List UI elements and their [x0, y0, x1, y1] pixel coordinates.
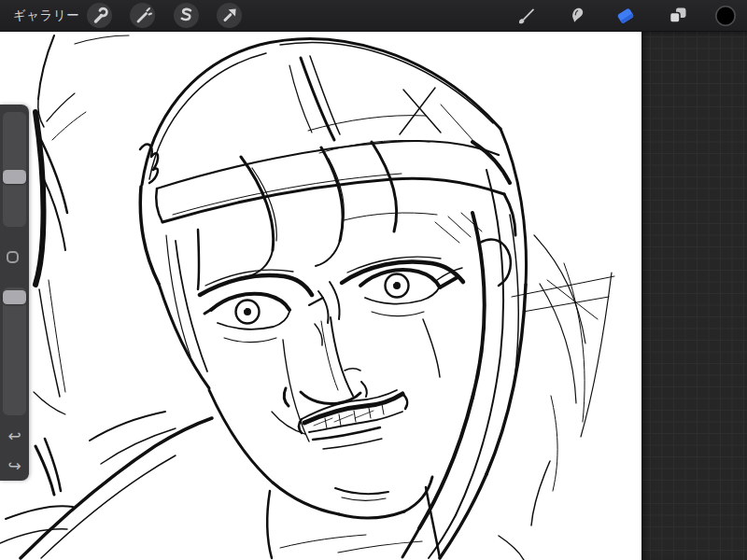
actions-button[interactable]	[87, 3, 112, 28]
brush-size-slider[interactable]	[3, 112, 26, 227]
drawing-canvas[interactable]	[0, 31, 641, 560]
color-swatch-icon	[713, 4, 738, 28]
undo-button[interactable]: ↩	[0, 426, 29, 446]
pasteboard-grid	[641, 31, 747, 560]
selection-button[interactable]	[174, 3, 199, 28]
magic-wand-icon	[130, 3, 155, 28]
wrench-icon	[87, 3, 112, 28]
brush-tool-button[interactable]	[514, 4, 538, 28]
eraser-icon	[613, 4, 638, 28]
layers-icon	[666, 4, 690, 28]
layers-button[interactable]	[666, 4, 690, 28]
modify-button[interactable]	[7, 251, 19, 263]
opacity-handle[interactable]	[3, 290, 26, 304]
artwork-sketch	[0, 31, 641, 560]
redo-button[interactable]: ↪	[0, 455, 29, 476]
transform-button[interactable]	[217, 3, 242, 28]
brush-sidebar: ↩ ↪	[0, 105, 29, 481]
brush-icon	[514, 4, 538, 28]
color-swatch-button[interactable]	[713, 4, 738, 28]
brush-size-handle[interactable]	[3, 170, 26, 184]
gallery-button[interactable]: ギャラリー	[13, 0, 79, 31]
s-curve-icon	[174, 3, 199, 28]
top-toolbar: ギャラリー	[0, 0, 747, 32]
smudge-tool-button[interactable]	[564, 4, 588, 28]
eraser-tool-button[interactable]	[613, 4, 638, 28]
adjustments-button[interactable]	[130, 3, 155, 28]
smudge-finger-icon	[564, 4, 588, 28]
arrow-cursor-icon	[217, 3, 242, 28]
opacity-slider[interactable]	[3, 287, 26, 415]
